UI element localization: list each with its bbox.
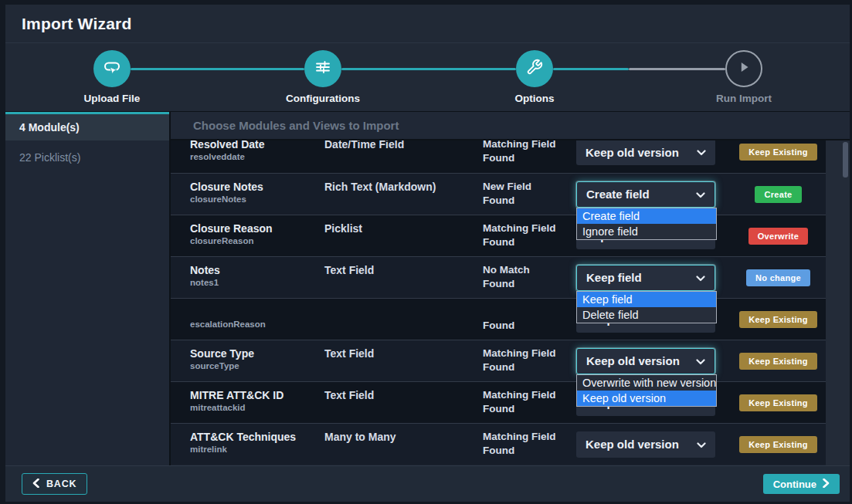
step-options-label: Options xyxy=(465,93,604,104)
table-row: Closure Notes closureNotes Rich Text (Ma… xyxy=(171,173,826,215)
fields-table-rows: Resolved Date resolveddate Date/Time Fie… xyxy=(171,140,826,465)
fields-table: Resolved Date resolveddate Date/Time Fie… xyxy=(171,140,850,465)
footer-bar: BACK Continue xyxy=(5,465,850,502)
match-status: New Field Found xyxy=(483,174,576,215)
field-key: mitrelink xyxy=(190,444,324,455)
field-type: Many to Many xyxy=(324,424,483,465)
field-key: resolveddate xyxy=(190,151,324,163)
field-key: sourceType xyxy=(190,360,324,372)
field-display-name: Closure Notes xyxy=(190,180,324,194)
match-status: Matching Field Found xyxy=(483,140,576,173)
action-badge: Keep Existing xyxy=(739,311,817,328)
match-status-line2: Found xyxy=(483,360,576,374)
action-select-cell: Keep old version xyxy=(576,140,731,173)
field-name-cell: escalationReason xyxy=(190,299,324,340)
wizard-content: 4 Module(s) 22 Picklist(s) Choose Module… xyxy=(5,112,850,465)
action-select-cell: Keep old version Overwrite with new vers… xyxy=(576,340,731,381)
action-badge: Keep Existing xyxy=(739,353,817,370)
table-row: MITRE ATT&CK ID mitreattackid Text Field… xyxy=(171,381,826,423)
import-wizard-dialog: Import Wizard Upload File xyxy=(5,5,850,502)
field-display-name: Closure Reason xyxy=(190,222,324,235)
chevron-down-icon xyxy=(696,271,705,285)
select-options-panel: Overwrite with new versionKeep old versi… xyxy=(576,374,717,407)
field-type: Text Field xyxy=(324,340,483,381)
field-type xyxy=(324,299,483,340)
field-display-name: ATT&CK Techniques xyxy=(190,430,324,444)
action-select[interactable]: Create field xyxy=(576,181,715,208)
chevron-left-icon xyxy=(32,479,39,490)
action-select[interactable]: Keep old version xyxy=(576,431,715,458)
upload-select-icon xyxy=(103,58,121,79)
match-status-line2: Found xyxy=(483,319,576,333)
action-select[interactable]: Keep old version xyxy=(576,140,715,165)
select-options-panel: Create fieldIgnore field xyxy=(576,208,717,240)
select-option[interactable]: Delete field xyxy=(577,307,716,323)
action-select-value: Keep old version xyxy=(586,438,697,451)
select-option[interactable]: Keep field xyxy=(577,292,716,307)
vertical-scrollbar-thumb[interactable] xyxy=(843,142,848,178)
action-select[interactable]: Keep field xyxy=(576,265,715,291)
step-upload-file-circle[interactable] xyxy=(93,50,131,87)
match-status: Matching Field Found xyxy=(483,382,576,423)
back-button[interactable]: BACK xyxy=(22,473,87,495)
play-icon xyxy=(735,59,752,79)
step-options: Options xyxy=(465,50,604,104)
field-type: Text Field xyxy=(324,257,483,298)
step-configurations: Configurations xyxy=(253,50,392,104)
wizard-stepper: Upload File Configurations xyxy=(5,43,850,112)
table-row: Closure Reason closureReason Picklist Ma… xyxy=(171,215,826,256)
select-options-panel: Keep fieldDelete field xyxy=(576,291,717,323)
chevron-down-icon xyxy=(696,188,705,201)
select-option[interactable]: Keep old version xyxy=(577,391,716,406)
step-configurations-circle[interactable] xyxy=(304,50,341,87)
match-status-line2: Found xyxy=(483,194,576,208)
table-row: escalationReason Found Keep old version … xyxy=(171,298,826,340)
match-status-line1: Matching Field xyxy=(483,347,576,360)
match-status: Matching Field Found xyxy=(483,215,576,256)
field-type: Text Field xyxy=(324,382,483,423)
field-type: Picklist xyxy=(324,215,483,256)
field-display-name: Notes xyxy=(190,263,324,277)
action-badge-cell: Keep Existing xyxy=(731,140,826,173)
action-badge: Keep Existing xyxy=(739,394,817,411)
select-option[interactable]: Create field xyxy=(577,208,716,224)
field-key: notes1 xyxy=(190,277,324,289)
step-run-import: Run Import xyxy=(674,50,813,104)
match-status-line1: Matching Field xyxy=(483,140,576,151)
match-status-line2: Found xyxy=(483,277,576,291)
chevron-down-icon xyxy=(697,145,706,159)
action-badge: Overwrite xyxy=(748,228,808,245)
section-heading: Choose Modules and Views to Import xyxy=(171,112,850,140)
action-badge-cell: Overwrite xyxy=(731,215,826,256)
select-option[interactable]: Ignore field xyxy=(577,224,716,239)
page-title: Import Wizard xyxy=(22,15,131,33)
step-options-circle[interactable] xyxy=(516,50,553,87)
sidebar-item-picklists[interactable]: 22 Picklist(s) xyxy=(5,140,169,174)
field-display-name: MITRE ATT&CK ID xyxy=(190,388,324,402)
step-run-import-circle xyxy=(725,50,762,87)
action-badge: Create xyxy=(755,186,801,203)
action-select-cell: Keep field Keep fieldDelete field xyxy=(576,257,731,298)
table-row: Notes notes1 Text Field No Match Found K… xyxy=(171,256,826,298)
action-select-cell: Keep old version xyxy=(576,424,731,465)
action-badge: Keep Existing xyxy=(739,144,817,161)
action-badge-cell: Keep Existing xyxy=(731,424,826,465)
action-select[interactable]: Keep old version xyxy=(576,348,715,374)
title-bar: Import Wizard xyxy=(5,5,850,43)
action-badge-cell: Keep Existing xyxy=(731,382,826,423)
match-status-line1: Matching Field xyxy=(483,388,576,402)
scrollbar-track[interactable] xyxy=(826,140,850,465)
select-option[interactable]: Overwrite with new version xyxy=(577,375,716,391)
sidebar-item-modules[interactable]: 4 Module(s) xyxy=(5,112,169,140)
action-badge-cell: Keep Existing xyxy=(731,340,826,381)
match-status-line1: Matching Field xyxy=(483,222,576,235)
continue-button[interactable]: Continue xyxy=(763,474,840,494)
action-badge: No change xyxy=(746,269,810,286)
field-display-name: Resolved Date xyxy=(190,140,324,151)
sidebar-item-picklists-label: 22 Picklist(s) xyxy=(19,151,80,164)
field-name-cell: ATT&CK Techniques mitrelink xyxy=(190,424,324,465)
match-status-line1 xyxy=(483,305,576,319)
action-badge: Keep Existing xyxy=(739,436,817,453)
field-name-cell: Source Type sourceType xyxy=(190,340,324,381)
field-key: closureReason xyxy=(190,235,324,247)
